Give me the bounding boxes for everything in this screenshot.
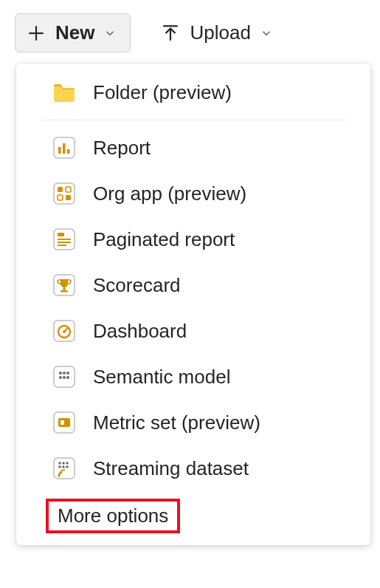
streaming-dataset-icon (52, 456, 77, 481)
menu-item-scorecard[interactable]: Scorecard (16, 262, 370, 308)
plus-icon (26, 23, 46, 44)
chevron-down-icon (103, 27, 117, 40)
menu-item-paginated-report[interactable]: Paginated report (16, 216, 370, 262)
chevron-down-icon (260, 27, 273, 40)
org-app-icon (52, 181, 77, 206)
upload-icon (160, 23, 181, 44)
paginated-report-icon (52, 227, 77, 252)
upload-button[interactable]: Upload (150, 14, 286, 52)
menu-item-folder[interactable]: Folder (preview) (16, 69, 370, 115)
dashboard-icon (52, 318, 77, 343)
folder-icon (52, 80, 77, 105)
more-options-link[interactable]: More options (46, 499, 180, 533)
menu-item-label: Metric set (preview) (93, 411, 260, 434)
menu-item-label: Streaming dataset (93, 457, 249, 480)
menu-item-org-app[interactable]: Org app (preview) (16, 171, 370, 216)
new-menu: Folder (preview) Report Org app (preview… (16, 64, 370, 545)
menu-divider (41, 120, 345, 120)
menu-item-label: Org app (preview) (93, 182, 246, 205)
menu-item-dashboard[interactable]: Dashboard (16, 308, 370, 354)
menu-item-semantic-model[interactable]: Semantic model (16, 354, 370, 400)
menu-item-label: Semantic model (93, 366, 230, 389)
menu-item-metric-set[interactable]: Metric set (preview) (16, 400, 370, 445)
menu-item-label: Scorecard (93, 274, 181, 297)
new-button-label: New (55, 21, 94, 44)
toolbar: New Upload (0, 0, 380, 52)
upload-button-label: Upload (190, 21, 250, 44)
scorecard-icon (52, 273, 77, 298)
metric-set-icon (52, 410, 77, 435)
semantic-model-icon (52, 364, 77, 389)
menu-item-streaming-dataset[interactable]: Streaming dataset (16, 445, 370, 491)
new-button[interactable]: New (15, 13, 131, 52)
menu-item-label: Folder (preview) (93, 81, 232, 104)
menu-item-label: Report (93, 137, 151, 160)
menu-item-label: Dashboard (93, 320, 187, 343)
menu-item-report[interactable]: Report (16, 125, 370, 171)
menu-item-label: Paginated report (93, 228, 235, 251)
report-icon (52, 135, 77, 160)
